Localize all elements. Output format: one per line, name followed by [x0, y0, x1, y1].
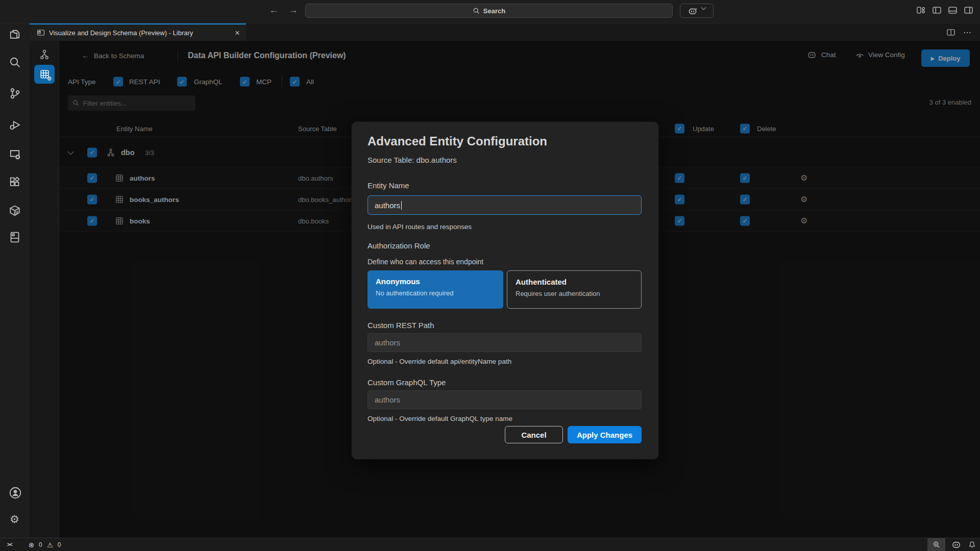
graphql-checkbox[interactable]: ✓ — [177, 77, 187, 87]
explorer-icon[interactable] — [9, 29, 21, 41]
update-checkbox[interactable]: ✓ — [675, 216, 684, 226]
errors-count[interactable]: 0 — [39, 541, 42, 548]
header-divider — [178, 50, 178, 62]
group-select-checkbox[interactable]: ✓ — [87, 147, 97, 157]
row-select-checkbox[interactable]: ✓ — [87, 173, 97, 183]
chat-button[interactable]: Chat — [807, 51, 836, 59]
col-delete: Delete — [757, 124, 776, 132]
authorization-role-label: Authorization Role — [368, 241, 430, 250]
tab-close-icon[interactable]: × — [235, 29, 240, 37]
row-settings-gear-icon[interactable]: ⚙ — [800, 195, 807, 204]
delete-all-checkbox[interactable]: ✓ — [740, 123, 750, 133]
copilot-menu-button[interactable] — [680, 4, 714, 18]
update-checkbox[interactable]: ✓ — [675, 173, 684, 183]
view-config-button[interactable]: View Config — [855, 51, 905, 59]
chevron-down-icon — [701, 5, 706, 10]
role-anonymous-card[interactable]: Anonymous No authentication required — [368, 270, 503, 309]
history-back-icon[interactable]: ← — [269, 5, 279, 16]
row-settings-gear-icon[interactable]: ⚙ — [800, 174, 807, 182]
copilot-status-icon[interactable] — [952, 541, 962, 548]
delete-checkbox[interactable]: ✓ — [740, 216, 750, 226]
update-all-checkbox[interactable]: ✓ — [675, 123, 684, 133]
check-icon: ✓ — [115, 78, 120, 85]
data-api-builder-tab[interactable]: ⚙ — [34, 65, 55, 84]
account-icon[interactable] — [9, 486, 22, 499]
mcp-checkbox[interactable]: ✓ — [240, 77, 250, 87]
eye-icon — [855, 52, 864, 59]
customize-layout-icon[interactable] — [917, 7, 925, 14]
notifications-bell-icon[interactable] — [968, 541, 976, 548]
row-select-checkbox[interactable]: ✓ — [87, 194, 97, 204]
check-icon: ✓ — [179, 78, 184, 85]
table-icon — [115, 174, 124, 182]
dialog-title: Advanced Entity Configuration — [368, 134, 547, 148]
remote-explorer-icon[interactable] — [9, 148, 21, 160]
row-settings-gear-icon[interactable]: ⚙ — [800, 217, 807, 225]
command-center-search[interactable]: Search — [305, 4, 673, 18]
history-forward-icon[interactable]: → — [288, 5, 298, 16]
schema-visualizer-icon[interactable] — [39, 49, 50, 60]
rest-path-input[interactable] — [368, 333, 642, 352]
group-name: dbo — [121, 148, 135, 157]
graphql-type-input[interactable] — [368, 390, 642, 409]
database-project-icon[interactable] — [9, 231, 21, 243]
role-authenticated-card[interactable]: Authenticated Requires user authenticati… — [507, 270, 642, 309]
rest-api-checkbox[interactable]: ✓ — [113, 77, 123, 87]
group-count: 3/3 — [145, 148, 154, 156]
check-icon: ✓ — [742, 174, 747, 182]
toggle-primary-sidebar-icon[interactable] — [933, 7, 941, 14]
entity-name: books_authors — [130, 195, 179, 203]
toggle-panel-icon[interactable] — [948, 7, 957, 14]
entity-name: authors — [130, 174, 155, 182]
back-to-schema-link[interactable]: Back to Schema — [94, 52, 144, 60]
deploy-button[interactable]: ▶ Deploy — [921, 49, 970, 67]
tab-visualize-schema[interactable]: Visualize and Design Schema (Preview) - … — [30, 23, 246, 41]
title-bar: ← → Search — [0, 0, 980, 23]
remote-indicator-icon[interactable]: >< — [7, 542, 12, 547]
update-checkbox[interactable]: ✓ — [675, 194, 684, 204]
warnings-count[interactable]: 0 — [58, 541, 61, 548]
zoom-control[interactable] — [927, 538, 945, 551]
api-type-row: API Type ✓ REST API ✓ GraphQL ✓ MCP ✓ Al… — [59, 72, 980, 91]
settings-gear-icon[interactable]: ⚙ — [10, 514, 19, 524]
editor-actions: ⋯ — [947, 23, 972, 41]
delete-checkbox[interactable]: ✓ — [740, 173, 750, 183]
extensions-icon[interactable] — [9, 176, 21, 188]
warnings-icon[interactable]: ⚠ — [47, 541, 53, 549]
all-checkbox[interactable]: ✓ — [290, 77, 300, 87]
apply-changes-button[interactable]: Apply Changes — [568, 426, 642, 443]
col-source-table: Source Table — [298, 124, 337, 132]
check-icon: ✓ — [742, 125, 747, 132]
col-entity-name: Entity Name — [116, 124, 153, 132]
check-icon: ✓ — [742, 217, 747, 224]
split-editor-icon[interactable] — [947, 29, 955, 36]
search-icon[interactable] — [9, 56, 21, 68]
more-actions-icon[interactable]: ⋯ — [963, 28, 972, 37]
graphql-type-help: Optional - Override default GraphQL type… — [368, 415, 512, 422]
entity-name-input[interactable]: authors — [368, 195, 642, 215]
source-control-icon[interactable] — [9, 87, 21, 99]
graphql-label: GraphQL — [194, 78, 223, 86]
vscode-window: ← → Search — [0, 0, 980, 551]
entity-source: dbo.books — [298, 217, 329, 224]
cancel-button[interactable]: Cancel — [505, 426, 563, 443]
search-icon — [473, 7, 480, 14]
delete-checkbox[interactable]: ✓ — [740, 194, 750, 204]
authenticated-subtitle: Requires user authentication — [516, 290, 633, 297]
col-update: Update — [693, 124, 714, 132]
check-icon: ✓ — [89, 174, 94, 182]
container-cube-icon[interactable] — [9, 205, 21, 217]
anonymous-subtitle: No authentication required — [376, 289, 495, 297]
back-arrow-icon[interactable]: ← — [82, 51, 89, 60]
entity-source: dbo.authors — [298, 174, 333, 182]
editor-tab-bar: Visualize and Design Schema (Preview) - … — [30, 23, 980, 41]
authorization-role-help: Define who can access this endpoint — [368, 258, 483, 266]
chevron-down-icon[interactable] — [67, 148, 74, 155]
row-select-checkbox[interactable]: ✓ — [87, 216, 97, 226]
errors-icon[interactable]: ⊗ — [29, 541, 34, 549]
run-debug-icon[interactable] — [9, 119, 21, 131]
filter-entities-input[interactable] — [68, 95, 195, 111]
play-icon: ▶ — [930, 56, 935, 61]
toggle-secondary-sidebar-icon[interactable] — [964, 7, 973, 14]
gear-badge-icon: ⚙ — [47, 76, 52, 82]
